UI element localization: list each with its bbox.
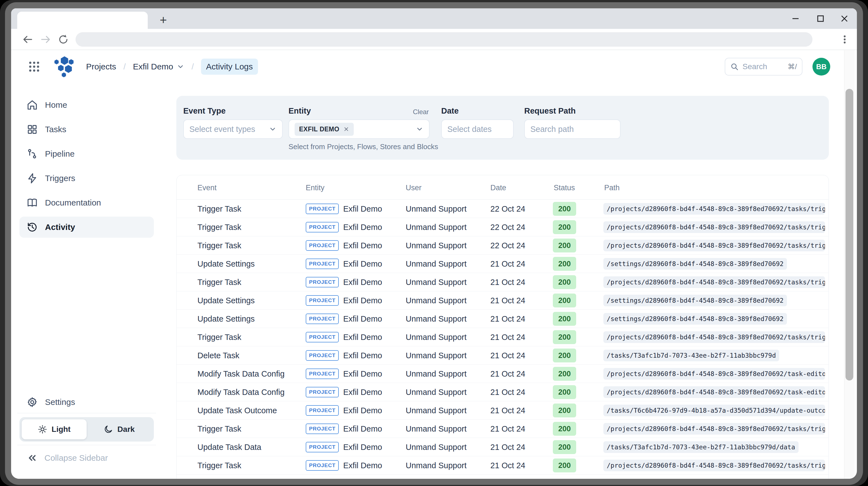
- entity-cell: Exfil Demo: [343, 383, 382, 401]
- sidebar: Home Tasks Pipeline Triggers Documentati…: [17, 83, 156, 479]
- table-row[interactable]: Update Settings PROJECT Exfil Demo Unman…: [177, 255, 829, 273]
- sidebar-item-settings[interactable]: Settings: [20, 392, 154, 413]
- home-icon: [27, 99, 38, 111]
- entity-cell: Exfil Demo: [343, 438, 382, 456]
- path-cell: /projects/d28960f8-bd4f-4548-89c8-389f8e…: [603, 218, 825, 236]
- sidebar-item-tasks[interactable]: Tasks: [20, 119, 154, 140]
- breadcrumb-project-selector[interactable]: Exfil Demo: [133, 62, 184, 71]
- collapse-sidebar-label: Collapse Sidebar: [44, 453, 108, 463]
- global-search-input[interactable]: Search ⌘/: [725, 58, 803, 75]
- date-label: Date: [441, 107, 459, 116]
- page-scrollbar-thumb[interactable]: [845, 89, 853, 381]
- sidebar-item-home[interactable]: Home: [20, 94, 154, 116]
- entity-helper-text: Select from Projects, Flows, Stores and …: [288, 143, 438, 151]
- event-type-select[interactable]: Select event types: [183, 119, 283, 139]
- chevron-down-icon: [177, 63, 184, 70]
- table-row[interactable]: Trigger Task PROJECT Exfil Demo Unmand S…: [177, 456, 829, 475]
- breadcrumb-projects[interactable]: Projects: [86, 62, 116, 71]
- sidebar-item-pipeline[interactable]: Pipeline: [20, 143, 154, 164]
- back-arrow-icon: [22, 34, 33, 45]
- app-launcher-button[interactable]: [28, 60, 40, 73]
- table-row[interactable]: Update Settings PROJECT Exfil Demo Unman…: [177, 310, 829, 328]
- entity-clear-button[interactable]: Clear: [413, 108, 429, 116]
- sidebar-item-activity[interactable]: Activity: [20, 217, 154, 238]
- hexagon-cluster-logo-icon: [52, 54, 76, 80]
- event-cell: Update Settings: [197, 310, 255, 328]
- status-badge: 200: [553, 438, 576, 456]
- date-cell: 21 Oct 24: [490, 346, 525, 365]
- sidebar-divider: [17, 413, 156, 413]
- column-header-date: Date: [490, 184, 506, 192]
- column-header-status: Status: [554, 184, 575, 192]
- event-cell: Trigger Task: [197, 328, 241, 346]
- status-badge: 200: [553, 200, 576, 218]
- status-badge: 200: [553, 236, 576, 255]
- window-minimize-button[interactable]: [786, 8, 805, 29]
- entity-cell: Exfil Demo: [343, 236, 382, 255]
- theme-light-button[interactable]: Light: [22, 419, 87, 439]
- table-row[interactable]: Modify Task Data Config PROJECT Exfil De…: [177, 365, 829, 383]
- forward-button[interactable]: [40, 34, 51, 45]
- table-row[interactable]: Trigger Task PROJECT Exfil Demo Unmand S…: [177, 200, 829, 218]
- grid-apps-icon: [28, 60, 40, 73]
- avatar[interactable]: BB: [812, 58, 830, 75]
- date-input[interactable]: Select dates: [441, 119, 514, 139]
- status-badge: 200: [553, 273, 576, 291]
- event-cell: Delete Task: [197, 346, 239, 365]
- theme-dark-button[interactable]: Dark: [87, 419, 152, 439]
- entity-type-badge: PROJECT: [306, 383, 339, 401]
- date-cell: 22 Oct 24: [490, 200, 525, 218]
- breadcrumb-project-name: Exfil Demo: [133, 62, 173, 71]
- table-row[interactable]: Update Task Data PROJECT Exfil Demo Unma…: [177, 438, 829, 456]
- window-maximize-button[interactable]: [811, 8, 830, 29]
- chevron-down-icon: [416, 125, 424, 133]
- event-cell: Update Task Data: [197, 438, 261, 456]
- path-cell: /projects/d28960f8-bd4f-4548-89c8-389f8e…: [603, 365, 825, 383]
- table-row[interactable]: Trigger Task PROJECT Exfil Demo Unmand S…: [177, 328, 829, 346]
- event-cell: Trigger Task: [197, 273, 241, 291]
- kebab-menu-icon: [839, 34, 850, 45]
- user-cell: Unmand Support: [406, 420, 466, 438]
- table-row[interactable]: Update Settings PROJECT Exfil Demo Unman…: [177, 291, 829, 310]
- status-badge: 200: [553, 291, 576, 310]
- sun-icon: [38, 425, 47, 434]
- app-logo[interactable]: [52, 54, 76, 80]
- entity-cell: Exfil Demo: [343, 273, 382, 291]
- breadcrumb-separator: /: [123, 62, 125, 71]
- table-row[interactable]: Trigger Task PROJECT Exfil Demo Unmand S…: [177, 273, 829, 291]
- entity-type-badge: PROJECT: [306, 438, 339, 456]
- date-cell: 21 Oct 24: [490, 401, 525, 420]
- collapse-sidebar-button[interactable]: Collapse Sidebar: [27, 452, 108, 463]
- table-row[interactable]: Trigger Task PROJECT Exfil Demo Unmand S…: [177, 420, 829, 438]
- table-header: Event Entity User Date Status Path: [177, 175, 829, 200]
- status-badge: 200: [553, 346, 576, 365]
- entity-type-badge: PROJECT: [306, 236, 339, 255]
- status-badge: 200: [553, 456, 576, 475]
- table-row[interactable]: Delete Task PROJECT Exfil Demo Unmand Su…: [177, 346, 829, 365]
- table-row[interactable]: Update Task Outcome PROJECT Exfil Demo U…: [177, 401, 829, 420]
- date-cell: 21 Oct 24: [490, 291, 525, 310]
- sidebar-item-documentation[interactable]: Documentation: [20, 192, 154, 213]
- close-icon: [840, 14, 848, 23]
- user-cell: Unmand Support: [406, 328, 466, 346]
- table-row[interactable]: Trigger Task PROJECT Exfil Demo Unmand S…: [177, 236, 829, 255]
- browser-tab[interactable]: [17, 12, 148, 29]
- status-badge: 200: [553, 420, 576, 438]
- request-path-input[interactable]: Search path: [524, 119, 621, 139]
- entity-cell: Exfil Demo: [343, 328, 382, 346]
- url-bar[interactable]: [75, 32, 812, 47]
- back-button[interactable]: [22, 34, 33, 45]
- reload-button[interactable]: [58, 34, 69, 45]
- date-cell: 22 Oct 24: [490, 236, 525, 255]
- table-row[interactable]: Modify Task Data Config PROJECT Exfil De…: [177, 383, 829, 401]
- window-close-button[interactable]: [835, 8, 854, 29]
- entity-select[interactable]: EXFIL DEMO: [288, 119, 430, 139]
- sidebar-item-triggers[interactable]: Triggers: [20, 168, 154, 189]
- remove-chip-icon[interactable]: [343, 126, 349, 132]
- app-header: Projects / Exfil Demo / Activity Logs Se…: [11, 50, 857, 83]
- new-tab-button[interactable]: +: [155, 12, 171, 28]
- path-cell: /tasks/T3afc1b7d-7073-43ee-b2f7-11ab3bbc…: [603, 438, 799, 456]
- table-row[interactable]: Trigger Task PROJECT Exfil Demo Unmand S…: [177, 218, 829, 236]
- sidebar-item-label: Documentation: [45, 198, 101, 208]
- browser-menu-button[interactable]: [839, 34, 850, 45]
